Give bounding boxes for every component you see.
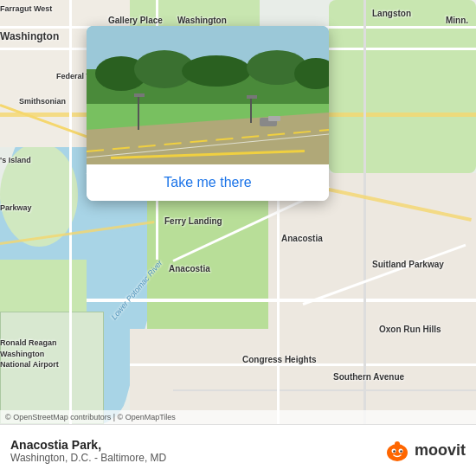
road-v4 (363, 0, 366, 424)
take-me-there-button[interactable]: Take me there (87, 164, 329, 201)
popup-image (87, 26, 329, 164)
label-langston: Langston (372, 9, 411, 18)
label-oxon-run: Oxon Run Hills (379, 325, 441, 334)
road-h4 (87, 299, 476, 302)
label-washington: Washington (0, 30, 59, 42)
label-smithsonian: Smithsonian (19, 97, 66, 106)
road-v1 (69, 0, 72, 424)
svg-rect-14 (247, 95, 257, 99)
popup-image-svg (87, 26, 329, 164)
label-anacostia1: Anacostia (281, 234, 323, 243)
road-h6 (173, 389, 476, 391)
label-minn: Minn. (446, 16, 468, 25)
label-washington2: Washington (177, 16, 227, 25)
svg-point-4 (182, 55, 251, 87)
map-attribution: © OpenStreetMap contributors | © OpenMap… (0, 410, 476, 424)
label-suitland: Suitland Parkway (372, 260, 444, 269)
location-detail: Washington, D.C. - Baltimore, MD (10, 452, 385, 464)
label-farragut: Farragut West (0, 4, 52, 13)
label-reagan-airport: Ronald ReaganWashingtonNational Airport (0, 338, 59, 370)
map-popup: Take me there (87, 26, 329, 201)
svg-point-21 (400, 450, 402, 452)
label-southern-ave: Southern Avenue (333, 372, 404, 382)
svg-rect-16 (268, 116, 280, 121)
label-anacostia2: Anacostia (169, 264, 210, 273)
svg-rect-12 (134, 93, 145, 97)
svg-point-20 (393, 450, 395, 452)
map-container: Washington Gallery Place Washington Lang… (0, 0, 476, 424)
location-info: Anacostia Park, Washington, D.C. - Balti… (10, 438, 385, 464)
moovit-logo: moovit (385, 439, 466, 463)
label-congress-heights: Congress Heights (242, 355, 317, 364)
bottom-bar: Anacostia Park, Washington, D.C. - Balti… (0, 424, 476, 476)
moovit-icon (385, 439, 409, 463)
moovit-brand-text: moovit (415, 441, 466, 460)
label-island: 's Island (0, 156, 31, 164)
label-parkway: Parkway (0, 203, 32, 212)
label-ferry-landing: Ferry Landing (164, 216, 222, 226)
label-gallery-place: Gallery Place (108, 16, 163, 25)
location-name: Anacostia Park, (10, 438, 385, 452)
